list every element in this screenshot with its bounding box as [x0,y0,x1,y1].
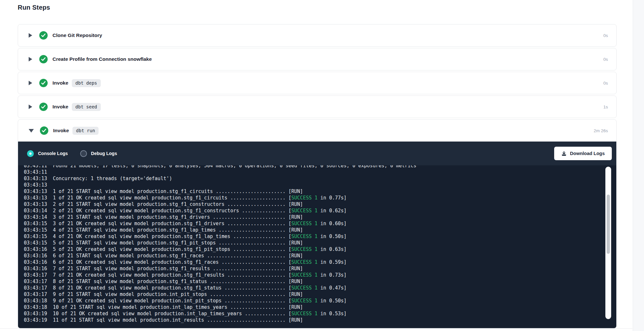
step-duration: 0s [603,33,608,38]
step-header-create-profile[interactable]: Create Profile from Connection snowflake… [18,48,616,70]
console-panel: Console Logs Debug Logs Download Logs [18,142,616,328]
success-check-icon [39,79,48,87]
step-card-invoke-dbt-deps: Invoke dbt deps 0s [18,72,617,94]
radio-selected-icon[interactable] [27,150,34,157]
step-header-invoke-dbt-seed[interactable]: Invoke dbt seed 1s [18,96,616,118]
scrollbar-track[interactable] [605,167,611,319]
log-line: 03:43:177 of 21 OK created sql view mode… [24,272,616,278]
chevron-right-icon[interactable] [29,57,32,61]
step-card-invoke-dbt-seed: Invoke dbt seed 1s [18,96,617,118]
console-toolbar: Console Logs Debug Logs Download Logs [18,142,616,165]
command-badge: dbt run [72,127,99,135]
radio-console-logs[interactable]: Console Logs [27,150,68,157]
log-line: 03:43:166 of 21 START sql view model pro… [24,253,616,259]
step-header-clone-git-repository[interactable]: Clone Git Repository 0s [18,24,616,46]
step-duration: 0s [603,81,608,86]
download-logs-button[interactable]: Download Logs [554,147,612,160]
log-line: 03:43:165 of 21 OK created sql view mode… [24,246,616,253]
success-check-icon [39,55,48,63]
download-logs-label: Download Logs [570,151,605,156]
step-label: Invoke [53,128,69,133]
step-label: Create Profile from Connection snowflake [52,56,152,62]
log-line: 03:43:153 of 21 OK created sql view mode… [24,220,616,227]
log-line: 03:43:142 of 21 OK created sql view mode… [24,207,616,214]
radio-console-logs-label: Console Logs [38,151,68,156]
command-badge: dbt seed [72,103,100,111]
log-line: 03:43:11 [24,169,616,175]
success-check-icon [39,103,48,111]
command-badge: dbt deps [72,79,100,87]
log-line: 03:43:167 of 21 START sql view model pro… [24,265,616,272]
right-panel-strip [633,0,644,331]
scrollbar-thumb[interactable] [607,195,610,254]
log-line: 03:43:178 of 21 START sql view model pro… [24,278,616,285]
step-card-invoke-dbt-run: Invoke dbt run 2m 26s Console Logs Debug… [18,119,617,328]
log-line: 03:43:13Concurrency: 1 threads (target='… [24,175,616,182]
success-check-icon [40,126,48,135]
step-label: Clone Git Repository [52,32,102,38]
log-line: 03:43:189 of 21 OK created sql view mode… [24,298,616,304]
log-line: 03:43:131 of 21 START sql view model pro… [24,188,616,195]
step-header-invoke-dbt-run[interactable]: Invoke dbt run 2m 26s [18,120,616,142]
step-duration: 0s [603,57,608,62]
log-line: 03:43:1911 of 21 START sql view model pr… [24,317,616,323]
log-line: 03:43:143 of 21 START sql view model pro… [24,214,616,220]
log-line: 03:43:1810 of 21 START sql view model pr… [24,304,616,310]
run-steps-page: Run Steps Clone Git Repository 0s Create… [0,0,644,331]
chevron-down-icon[interactable] [29,129,34,133]
step-duration: 1s [603,105,608,109]
radio-unselected-icon[interactable] [80,150,87,157]
log-line: 03:43:179 of 21 START sql view model pro… [24,291,616,298]
step-card-create-profile: Create Profile from Connection snowflake… [18,48,617,70]
page-title: Run Steps [18,4,50,11]
step-label: Invoke [52,80,68,86]
chevron-right-icon[interactable] [29,105,32,109]
log-line: 03:43:155 of 21 START sql view model pro… [24,240,616,246]
console-log-viewport[interactable]: 03:43:11Found 21 models, 17 tests, 0 sna… [18,165,616,328]
console-log-lines: 03:43:11Found 21 models, 17 tests, 0 sna… [24,165,616,323]
chevron-right-icon[interactable] [29,81,32,85]
success-check-icon [39,31,48,40]
log-line: 03:43:154 of 21 START sql view model pro… [24,227,616,233]
radio-debug-logs[interactable]: Debug Logs [80,150,117,157]
step-card-clone-git-repository: Clone Git Repository 0s [18,24,617,47]
run-steps-list: Clone Git Repository 0s Create Profile f… [18,24,617,330]
log-line: 03:43:132 of 21 START sql view model pro… [24,201,616,207]
radio-debug-logs-label: Debug Logs [91,151,117,156]
step-duration: 2m 26s [594,128,608,133]
step-header-invoke-dbt-deps[interactable]: Invoke dbt deps 0s [18,72,616,94]
log-line: 03:43:154 of 21 OK created sql view mode… [24,233,616,240]
log-line: 03:43:13 [24,182,616,188]
download-icon [561,151,567,156]
chevron-right-icon[interactable] [29,33,32,38]
log-line: 03:43:131 of 21 OK created sql view mode… [24,195,616,201]
log-line: 03:43:166 of 21 OK created sql view mode… [24,259,616,265]
log-line: 03:43:11Found 21 models, 17 tests, 0 sna… [24,165,616,169]
log-line: 03:43:178 of 21 OK created sql view mode… [24,285,616,291]
log-line: 03:43:1910 of 21 OK created sql view mod… [24,310,616,317]
step-label: Invoke [52,104,68,110]
